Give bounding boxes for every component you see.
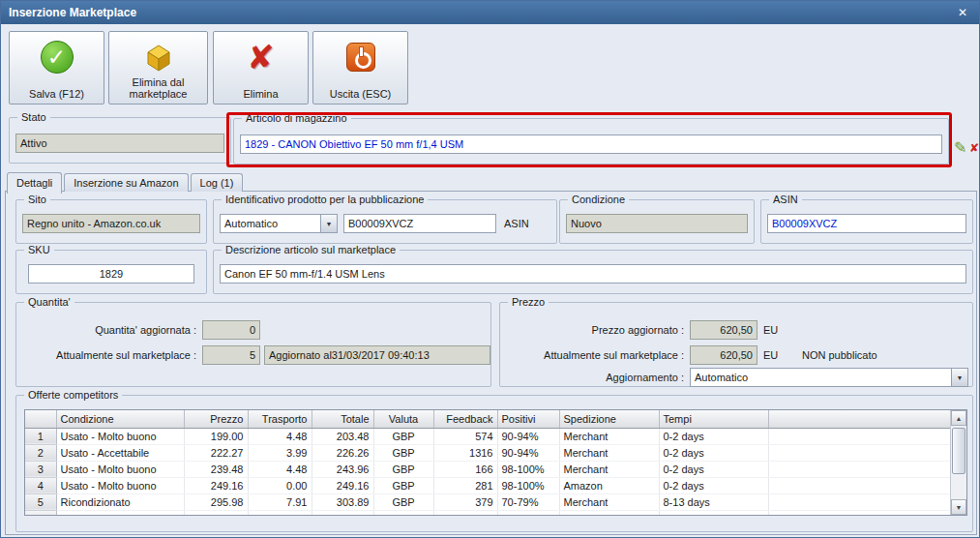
row-number-cell[interactable]: 2 (25, 444, 56, 461)
table-cell[interactable]: GBP (373, 510, 433, 516)
sku-field[interactable]: 1829 (28, 264, 194, 284)
table-cell[interactable]: 239.48 (184, 461, 248, 477)
table-cell[interactable] (659, 510, 768, 516)
table-cell[interactable]: 0-2 days (659, 477, 768, 493)
tab-inserzione-su-amazon[interactable]: Inserzione su Amazon (64, 173, 188, 192)
descrizione-field[interactable]: Canon EF 50 mm-f/1.4 USM Lens (220, 264, 966, 284)
table-cell[interactable]: 0.00 (248, 477, 312, 493)
scroll-thumb[interactable] (952, 428, 965, 474)
table-cell[interactable]: 0-2 days (659, 461, 768, 477)
row-number-cell[interactable]: 5 (25, 493, 56, 510)
small-red-x-icon[interactable] (969, 141, 979, 155)
identificativo-codice-input[interactable]: B00009XVCZ (343, 214, 496, 233)
asin-field[interactable]: B00009XVCZ (767, 214, 966, 233)
table-cell[interactable]: 4.48 (248, 461, 312, 477)
table-cell[interactable]: GBP (373, 461, 433, 477)
table-cell[interactable]: GBP (373, 428, 433, 444)
table-cell[interactable]: 4.48 (248, 428, 312, 444)
remove-from-marketplace-button[interactable]: Elimina dal marketplace (108, 31, 208, 105)
table-cell[interactable]: GBP (373, 477, 433, 493)
delete-button[interactable]: Elimina (213, 31, 309, 105)
table-cell[interactable]: 303.89 (312, 493, 373, 510)
scroll-up-icon[interactable] (951, 410, 966, 426)
table-cell[interactable]: GBP (373, 493, 433, 510)
table-cell[interactable]: 281 (433, 477, 497, 493)
table-cell[interactable]: Usato - Molto buono (56, 477, 184, 493)
table-row[interactable]: 6312.004.17316.17GBP298-100% (25, 510, 950, 516)
table-cell[interactable]: 203.48 (312, 428, 373, 444)
table-cell[interactable]: 249.16 (312, 477, 373, 493)
table-cell[interactable] (768, 510, 950, 516)
tab-log[interactable]: Log (1) (191, 173, 244, 192)
column-header[interactable]: Tempi (659, 410, 768, 428)
column-header[interactable]: Positivi (497, 410, 559, 428)
table-cell[interactable]: Usato - Molto buono (56, 428, 184, 444)
table-cell[interactable]: 243.96 (312, 461, 373, 477)
table-row[interactable]: 3Usato - Molto buono239.484.48243.96GBP1… (25, 461, 950, 477)
column-header[interactable]: Trasporto (248, 410, 312, 428)
aggiornamento-dropdown[interactable]: Automatico (690, 368, 968, 387)
table-cell[interactable]: 379 (433, 493, 497, 510)
chevron-down-icon[interactable] (951, 369, 967, 386)
table-cell[interactable]: 0-2 days (659, 428, 768, 444)
save-button[interactable]: Salva (F12) (9, 31, 104, 105)
table-cell[interactable]: 574 (433, 428, 497, 444)
articolo-field[interactable]: 1829 - CANON Obiettivo EF 50 mm f/1,4 US… (240, 134, 942, 154)
table-cell[interactable]: 0-2 days (659, 444, 768, 461)
row-number-cell[interactable]: 4 (25, 477, 56, 493)
row-number-cell[interactable]: 6 (25, 510, 56, 516)
table-row[interactable]: 5Ricondizionato295.987.91303.89GBP37970-… (25, 493, 950, 510)
table-cell[interactable]: 295.98 (184, 493, 248, 510)
table-cell[interactable]: 199.00 (184, 428, 248, 444)
table-cell[interactable]: Usato - Molto buono (56, 461, 184, 477)
table-cell[interactable]: 226.26 (312, 444, 373, 461)
table-row[interactable]: 1Usato - Molto buono199.004.48203.48GBP5… (25, 428, 950, 444)
table-cell[interactable]: 3.99 (248, 444, 312, 461)
scroll-down-icon[interactable] (951, 499, 966, 515)
table-cell[interactable]: Ricondizionato (56, 493, 184, 510)
table-cell[interactable]: 166 (433, 461, 497, 477)
table-cell[interactable] (56, 510, 184, 516)
row-number-cell[interactable]: 1 (25, 428, 56, 444)
table-row[interactable]: 4Usato - Molto buono249.160.00249.16GBP2… (25, 477, 950, 493)
column-header[interactable]: Feedback (433, 410, 497, 428)
column-header[interactable]: Prezzo (184, 410, 248, 428)
table-cell[interactable]: 249.16 (184, 477, 248, 493)
table-cell[interactable]: GBP (373, 444, 433, 461)
table-cell[interactable]: 98-100% (497, 477, 559, 493)
table-cell[interactable]: 222.27 (184, 444, 248, 461)
table-cell[interactable]: 70-79% (497, 493, 559, 510)
vertical-scrollbar[interactable] (950, 410, 966, 515)
table-cell[interactable]: 90-94% (497, 444, 559, 461)
table-cell[interactable]: Usato - Accettabile (56, 444, 184, 461)
table-cell[interactable]: 1316 (433, 444, 497, 461)
table-cell[interactable]: 312.00 (184, 510, 248, 516)
column-header[interactable]: Valuta (373, 410, 433, 428)
table-cell[interactable]: Merchant (559, 428, 659, 444)
table-cell[interactable]: Merchant (559, 461, 659, 477)
column-header[interactable]: Condizione (56, 410, 184, 428)
table-cell[interactable]: 8-13 days (659, 493, 768, 510)
table-cell[interactable]: 4.17 (248, 510, 312, 516)
table-row[interactable]: 2Usato - Accettabile222.273.99226.26GBP1… (25, 444, 950, 461)
column-header[interactable]: Spedizione (559, 410, 659, 428)
table-cell[interactable]: 90-94% (497, 428, 559, 444)
table-cell[interactable] (559, 510, 659, 516)
table-cell[interactable]: 98-100% (497, 461, 559, 477)
column-header[interactable]: Totale (312, 410, 373, 428)
table-cell[interactable]: 98-100% (497, 510, 559, 516)
table-cell[interactable] (768, 444, 950, 461)
table-cell[interactable]: 316.17 (312, 510, 373, 516)
table-cell[interactable] (768, 493, 950, 510)
pencil-icon[interactable] (954, 138, 966, 157)
table-cell[interactable]: 7.91 (248, 493, 312, 510)
table-cell[interactable]: Merchant (559, 444, 659, 461)
tab-dettagli[interactable]: Dettagli (7, 172, 62, 194)
table-cell[interactable]: Merchant (559, 493, 659, 510)
table-cell[interactable] (768, 461, 950, 477)
identificativo-tipo-dropdown[interactable]: Automatico (220, 214, 338, 233)
chevron-down-icon[interactable] (320, 215, 337, 232)
exit-button[interactable]: Uscita (ESC) (312, 31, 408, 105)
table-cell[interactable] (768, 428, 950, 444)
close-icon[interactable] (954, 6, 971, 19)
